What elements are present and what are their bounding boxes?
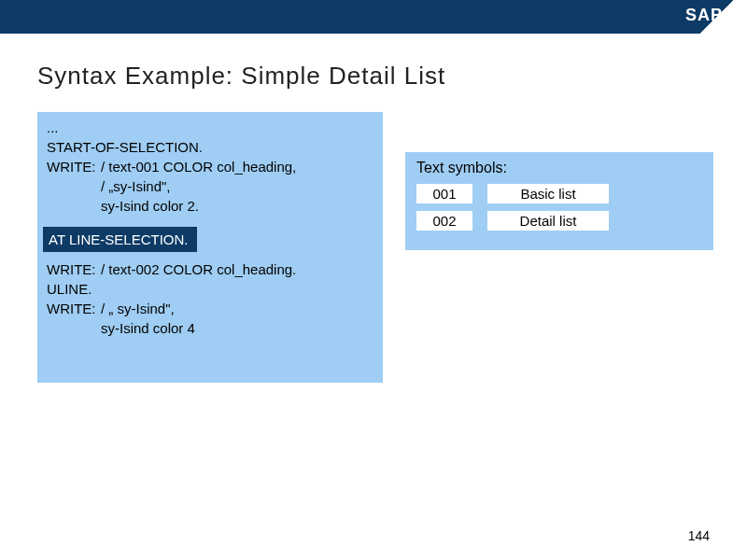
symbol-text: Detail list: [487, 211, 609, 231]
code-line: ULINE.: [47, 279, 374, 299]
code-line: WRITE: / text-001 COLOR col_heading,: [47, 157, 374, 176]
code-keyword: WRITE:: [47, 259, 101, 279]
code-highlight: AT LINE-SELECTION.: [43, 227, 197, 252]
code-line: START-OF-SELECTION.: [47, 137, 374, 157]
code-text: / text-002 COLOR col_heading.: [101, 259, 374, 279]
code-line: sy-Isind color 4: [101, 318, 374, 338]
symbol-id: 001: [416, 184, 472, 203]
code-text: / text-001 COLOR col_heading,: [101, 157, 374, 176]
sap-logo-text: SAP: [685, 6, 723, 25]
code-line: ...: [47, 118, 374, 137]
symbol-text: Basic list: [487, 184, 609, 203]
header-bar: SAP: [0, 0, 747, 34]
text-symbols-header: Text symbols:: [416, 160, 702, 176]
page-title: Syntax Example: Simple Detail List: [37, 62, 445, 91]
code-keyword: WRITE:: [47, 299, 101, 318]
code-line: WRITE: / text-002 COLOR col_heading.: [47, 259, 374, 279]
code-example-box: ... START-OF-SELECTION. WRITE: / text-00…: [37, 112, 383, 383]
code-keyword: WRITE:: [47, 157, 101, 176]
code-text: / „ sy-Isind",: [101, 299, 374, 318]
symbol-id: 002: [416, 211, 472, 231]
symbol-row: 002 Detail list: [416, 211, 702, 231]
code-line: / „sy-Isind",: [101, 176, 374, 196]
text-symbols-box: Text symbols: 001 Basic list 002 Detail …: [405, 152, 713, 250]
symbol-row: 001 Basic list: [416, 184, 702, 203]
page-number: 144: [688, 528, 710, 543]
code-line: WRITE: / „ sy-Isind",: [47, 299, 374, 318]
code-line: sy-Isind color 2.: [101, 196, 374, 216]
